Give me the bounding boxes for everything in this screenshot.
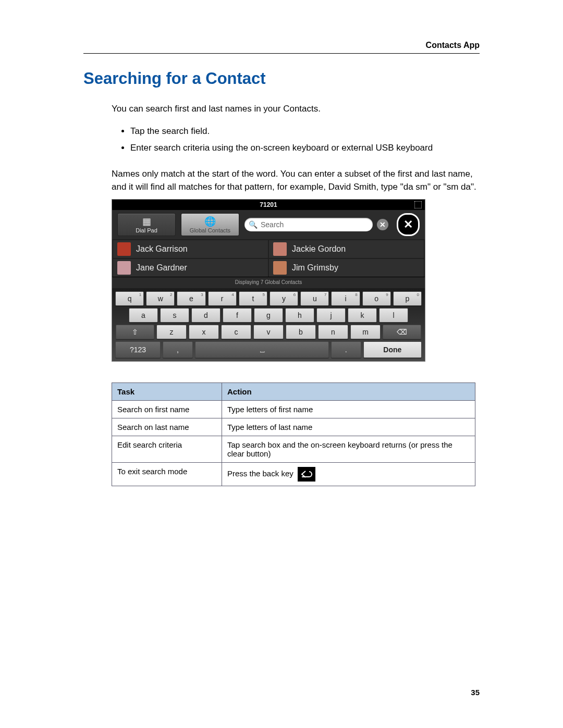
- search-input[interactable]: 🔍 Search: [244, 218, 373, 231]
- backspace-icon: ⌫: [397, 328, 407, 336]
- page-number: 35: [471, 688, 480, 697]
- action-cell: Type letters of first name: [222, 400, 475, 418]
- avatar: [117, 242, 131, 256]
- instruction-list: Tap the search field. Enter search crite…: [130, 123, 480, 157]
- key-x[interactable]: x: [189, 325, 219, 339]
- key-b[interactable]: b: [286, 325, 316, 339]
- contact-name: Jackie Gordon: [292, 244, 346, 254]
- clear-search-button[interactable]: ✕: [377, 219, 388, 230]
- key-a[interactable]: a: [129, 308, 158, 323]
- note-text: Names only match at the start of the wor…: [112, 168, 480, 193]
- shift-icon: ⇧: [132, 328, 138, 336]
- globe-icon: 🌐: [181, 217, 239, 226]
- avatar: [273, 242, 287, 256]
- key-u[interactable]: u7: [300, 291, 329, 306]
- key-c[interactable]: c: [221, 325, 251, 339]
- key-n[interactable]: n: [318, 325, 348, 339]
- key-e[interactable]: e3: [177, 291, 205, 306]
- header-section: Contacts App: [83, 41, 480, 50]
- contact-name: Jim Grimsby: [292, 263, 338, 273]
- key-g[interactable]: g: [254, 308, 283, 323]
- key-o[interactable]: o9: [362, 291, 391, 306]
- contact-row[interactable]: Jack Garrison: [113, 240, 268, 258]
- header-rule: [83, 53, 480, 54]
- table-row: To exit search mode Press the back key: [112, 462, 475, 486]
- action-text: Press the back key: [227, 468, 293, 477]
- key-t[interactable]: t5: [239, 291, 267, 306]
- avatar: [117, 261, 131, 275]
- action-cell: Tap search box and the on-screen keyboar…: [222, 436, 475, 462]
- status-number: 71201: [260, 201, 277, 208]
- key-shift[interactable]: ⇧: [116, 325, 154, 339]
- search-placeholder: Search: [261, 220, 284, 229]
- contact-name: Jane Gardner: [136, 263, 187, 273]
- key-space[interactable]: ⎵: [195, 341, 329, 358]
- tab-row: ▦ Dial Pad 🌐 Global Contacts 🔍 Search ✕ …: [112, 210, 425, 239]
- key-period[interactable]: .: [331, 341, 361, 358]
- avatar: [273, 261, 287, 275]
- bullet-item: Tap the search field.: [130, 123, 480, 140]
- key-j[interactable]: j: [316, 308, 346, 323]
- tab-label: Dial Pad: [118, 227, 175, 233]
- col-action: Action: [222, 382, 475, 400]
- key-done[interactable]: Done: [363, 341, 422, 358]
- key-q[interactable]: q1: [115, 291, 144, 306]
- task-table: Task Action Search on first name Type le…: [112, 382, 475, 486]
- tab-global-contacts[interactable]: 🌐 Global Contacts: [181, 213, 239, 236]
- status-bar: 71201: [112, 200, 425, 210]
- key-s[interactable]: s: [160, 308, 189, 323]
- key-f[interactable]: f: [223, 308, 252, 323]
- search-icon: 🔍: [249, 220, 258, 229]
- task-cell: Search on first name: [112, 400, 222, 418]
- key-backspace[interactable]: ⌫: [383, 325, 421, 339]
- back-key-icon: [298, 467, 315, 482]
- key-w[interactable]: w2: [146, 291, 175, 306]
- key-h[interactable]: h: [285, 308, 314, 323]
- action-cell: Press the back key: [222, 462, 475, 486]
- tab-label: Global Contacts: [181, 227, 239, 233]
- kb-row3: ⇧ z x c v b n m ⌫: [115, 325, 422, 339]
- key-symbols[interactable]: ?123: [115, 341, 161, 358]
- action-cell: Type letters of last name: [222, 418, 475, 436]
- task-cell: To exit search mode: [112, 462, 222, 486]
- contacts-grid: Jack Garrison Jackie Gordon Jane Gardner…: [112, 239, 425, 277]
- task-cell: Search on last name: [112, 418, 222, 436]
- contact-name: Jack Garrison: [136, 244, 188, 254]
- bullet-item: Enter search criteria using the on-scree…: [130, 140, 480, 156]
- col-task: Task: [112, 382, 222, 400]
- dialpad-icon: ▦: [118, 217, 175, 226]
- intro-text: You can search first and last names in y…: [112, 103, 480, 116]
- device-screenshot: 71201 ▦ Dial Pad 🌐 Global Contacts 🔍 Sea…: [112, 199, 425, 362]
- kb-row1: q1 w2 e3 r4 t5 y6 u7 i8 o9 p0: [115, 291, 422, 306]
- key-comma[interactable]: ,: [163, 341, 193, 358]
- key-l[interactable]: l: [379, 308, 408, 323]
- key-z[interactable]: z: [156, 325, 187, 339]
- key-k[interactable]: k: [348, 308, 377, 323]
- page-title: Searching for a Contact: [83, 69, 480, 88]
- key-i[interactable]: i8: [331, 291, 360, 306]
- contact-row[interactable]: Jackie Gordon: [269, 240, 424, 258]
- result-count-label: Displaying 7 Global Contacts: [112, 277, 425, 288]
- table-row: Search on first name Type letters of fir…: [112, 400, 475, 418]
- key-r[interactable]: r4: [208, 291, 237, 306]
- key-p[interactable]: p0: [393, 291, 422, 306]
- table-row: Edit search criteria Tap search box and …: [112, 436, 475, 462]
- tab-dialpad[interactable]: ▦ Dial Pad: [117, 213, 176, 236]
- kb-row2: a s d f g h j k l: [115, 308, 422, 323]
- key-y[interactable]: y6: [270, 291, 298, 306]
- key-v[interactable]: v: [253, 325, 284, 339]
- key-m[interactable]: m: [350, 325, 381, 339]
- close-button[interactable]: ✕: [397, 213, 420, 236]
- fullscreen-icon: [414, 201, 422, 208]
- kb-row4: ?123 , ⎵ . Done: [115, 341, 422, 358]
- task-cell: Edit search criteria: [112, 436, 222, 462]
- spacebar-icon: ⎵: [260, 346, 263, 354]
- key-d[interactable]: d: [191, 308, 221, 323]
- onscreen-keyboard: q1 w2 e3 r4 t5 y6 u7 i8 o9 p0 a s d f g …: [112, 288, 425, 361]
- contact-row[interactable]: Jim Grimsby: [269, 259, 424, 277]
- table-row: Search on last name Type letters of last…: [112, 418, 475, 436]
- contact-row[interactable]: Jane Gardner: [113, 259, 268, 277]
